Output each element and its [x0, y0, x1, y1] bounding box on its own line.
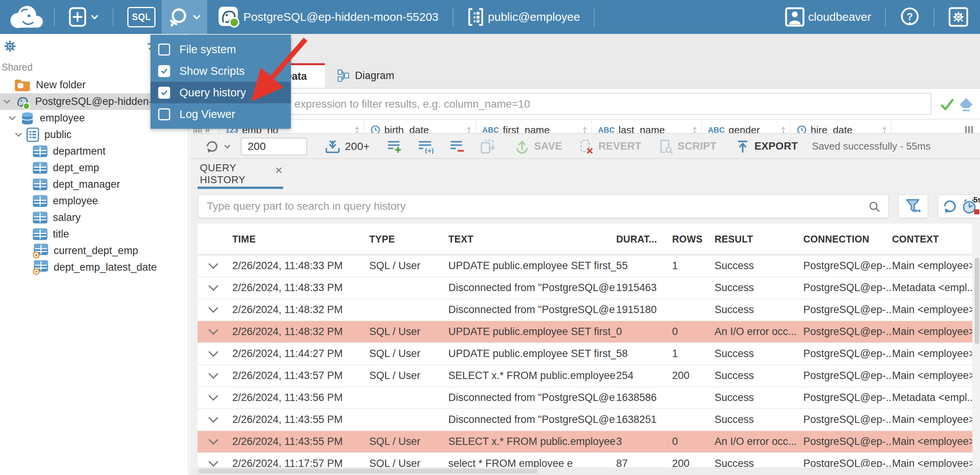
col-rows[interactable]: ROWS [672, 234, 715, 245]
col-context[interactable]: CONTEXT [892, 234, 972, 245]
cell-text: Disconnected from "PostgreSQL@e... [448, 282, 616, 294]
row-limit-input[interactable] [241, 138, 307, 155]
checkbox[interactable] [158, 44, 170, 56]
cell-time: 2/26/2024, 11:48:33 PM [232, 282, 369, 294]
query-history-row[interactable]: 2/26/2024, 11:43:55 PM Disconnected from… [198, 409, 972, 431]
sort-icon[interactable] [780, 126, 787, 133]
export-button[interactable]: EXPORT [736, 140, 798, 153]
sort-icon[interactable] [354, 126, 360, 133]
scrollbar-thumb[interactable] [975, 258, 979, 344]
query-history-row[interactable]: 2/26/2024, 11:48:33 PM Disconnected from… [198, 277, 972, 299]
chevron-down-icon[interactable] [8, 116, 17, 121]
scrollbar-thumb[interactable] [198, 469, 538, 473]
col-time[interactable]: TIME [232, 234, 369, 245]
tree-item-table[interactable]: employee [0, 193, 188, 209]
add-row-button[interactable] [387, 139, 403, 154]
divider [113, 7, 113, 27]
clear-filter-eraser-icon[interactable] [959, 97, 973, 112]
sort-icon[interactable] [691, 126, 698, 133]
expand-chevron-icon[interactable] [198, 416, 232, 423]
sort-icon[interactable] [581, 126, 588, 133]
filter-expression-input[interactable] [253, 93, 931, 115]
col-result[interactable]: RESULT [715, 234, 803, 245]
col-duration[interactable]: DURAT... [616, 234, 672, 245]
expand-chevron-icon[interactable] [198, 262, 232, 270]
tree-item-schema[interactable]: public [0, 126, 188, 143]
revert-button[interactable]: REVERT [579, 139, 641, 154]
tree-item-view[interactable]: current_dept_emp [0, 243, 188, 259]
chevron-down-icon[interactable] [15, 132, 23, 137]
tree-item-table[interactable]: salary [0, 209, 188, 226]
plus-icon [69, 7, 86, 27]
cell-context: Main <employee> [892, 348, 972, 360]
sql-editor-button[interactable]: SQL [121, 0, 162, 34]
expand-chevron-icon[interactable] [198, 438, 232, 445]
sort-icon[interactable] [881, 126, 888, 133]
tree-item-view[interactable]: dept_emp_latest_date [0, 259, 188, 276]
script-button[interactable]: SCRIPT [658, 138, 716, 154]
expand-chevron-icon[interactable] [198, 350, 232, 357]
refresh-icon[interactable] [942, 198, 958, 214]
user-menu-button[interactable]: cloudbeaver [779, 0, 877, 34]
menu-item-file-system[interactable]: File system [150, 39, 291, 60]
chevron-down-icon[interactable] [3, 99, 12, 104]
gear-icon[interactable] [3, 39, 17, 53]
close-icon[interactable]: × [275, 164, 282, 176]
tab-diagram[interactable]: Diagram [325, 63, 407, 88]
query-history-row[interactable]: 2/26/2024, 11:43:57 PM SQL / User SELECT… [198, 365, 972, 387]
duplicate-row-button[interactable]: (+) [417, 139, 434, 154]
grid-column-header[interactable]: ABC last_name [592, 120, 702, 133]
tools-menu-button[interactable] [162, 0, 207, 34]
apply-filter-check-icon[interactable] [939, 97, 955, 111]
grid-column-header[interactable]: birth_date [364, 120, 476, 133]
expand-chevron-icon[interactable] [198, 284, 232, 291]
checkbox[interactable] [158, 108, 170, 120]
edit-document-button[interactable] [480, 139, 495, 154]
connection-selector[interactable]: PostgreSQL@ep-hidden-moon-55203 [212, 0, 445, 34]
expand-chevron-icon[interactable] [198, 460, 232, 467]
vertical-scrollbar[interactable] [974, 255, 980, 467]
cloudbeaver-logo-icon [6, 2, 46, 32]
tree-item-table[interactable]: dept_manager [0, 176, 188, 193]
col-type[interactable]: TYPE [369, 234, 448, 245]
settings-button[interactable] [942, 0, 975, 34]
grid-column-header[interactable]: ABC gender [702, 120, 791, 133]
tab-query-history[interactable]: QUERY HISTORY × [198, 159, 283, 189]
query-history-row[interactable]: 2/26/2024, 11:48:33 PM SQL / User UPDATE… [198, 255, 972, 277]
help-button[interactable]: ? [894, 0, 926, 34]
expand-chevron-icon[interactable] [198, 328, 232, 335]
menu-item-show-scripts[interactable]: Show Scripts [150, 60, 291, 82]
expand-chevron-icon[interactable] [198, 372, 232, 379]
tree-item-table[interactable]: department [0, 143, 188, 160]
delete-row-button[interactable] [449, 139, 465, 154]
sort-icon[interactable] [466, 126, 472, 133]
query-history-row[interactable]: 2/26/2024, 11:48:32 PM SQL / User UPDATE… [198, 321, 972, 343]
grid-column-header[interactable]: ABC first_name [476, 120, 592, 133]
query-history-search-input[interactable] [198, 194, 889, 218]
tree-item-table[interactable]: title [0, 226, 188, 243]
checkbox[interactable] [158, 65, 170, 77]
fetch-all-button[interactable]: 200+ [325, 139, 370, 154]
col-text[interactable]: TEXT [448, 234, 616, 245]
col-connection[interactable]: CONNECTION [803, 234, 892, 245]
user-name: cloudbeaver [808, 10, 871, 24]
filter-button[interactable] [898, 194, 928, 218]
expand-chevron-icon[interactable] [198, 306, 232, 313]
query-history-row[interactable]: 2/26/2024, 11:48:32 PM Disconnected from… [198, 299, 972, 321]
new-object-button[interactable] [63, 0, 105, 34]
query-history-row[interactable]: 2/26/2024, 11:43:56 PM Disconnected from… [198, 387, 972, 409]
expand-chevron-icon[interactable] [198, 394, 232, 401]
grid-columns-config-icon[interactable] [958, 120, 980, 133]
grid-column-header[interactable]: hire_date [791, 120, 892, 133]
query-history-row[interactable]: 2/26/2024, 11:43:55 PM SQL / User SELECT… [198, 431, 972, 453]
schema-selector[interactable]: public@employee [461, 0, 586, 34]
save-button[interactable]: SAVE [515, 139, 562, 154]
refresh-button[interactable] [204, 139, 231, 154]
checkbox[interactable] [158, 87, 170, 99]
horizontal-scrollbar[interactable] [190, 467, 980, 475]
menu-item-log-viewer[interactable]: Log Viewer [150, 103, 291, 125]
menu-item-query-history[interactable]: Query history [150, 82, 291, 103]
query-history-row[interactable]: 2/26/2024, 11:44:27 PM SQL / User UPDATE… [198, 343, 972, 365]
tree-item-table[interactable]: dept_emp [0, 160, 188, 176]
tree-item-label: department [53, 145, 106, 157]
